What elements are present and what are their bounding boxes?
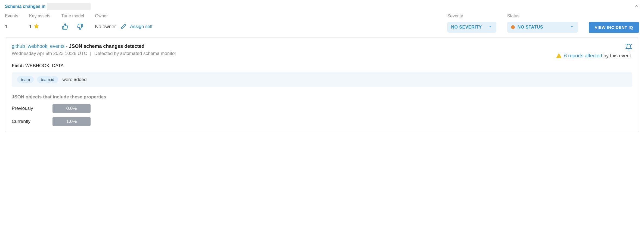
detected-by: Detected by automated schema monitor	[94, 51, 176, 56]
status-label: Status	[507, 14, 578, 18]
owner-value: No owner	[95, 24, 116, 30]
severity-label: Severity	[447, 14, 496, 18]
bar-tick	[54, 119, 54, 125]
svg-rect-3	[559, 55, 559, 57]
header-row: Schema changes in	[5, 3, 639, 10]
reports-affected-link[interactable]: 6 reports affected	[564, 53, 602, 58]
bell-icon[interactable]	[625, 43, 632, 51]
stat-label-previously: Previously	[12, 106, 44, 111]
events-label: Events	[5, 14, 18, 18]
stat-bar-previously: 0.0%	[52, 104, 91, 113]
events-col: Events 1	[5, 14, 18, 32]
property-pill: team	[17, 76, 34, 83]
chevron-down-icon	[570, 24, 574, 30]
key-assets-label: Key assets	[29, 14, 50, 18]
reports-affected-suffix: by this event.	[602, 53, 632, 58]
stat-row-currently: Currently 1.0%	[12, 117, 632, 126]
collapse-caret-icon[interactable]	[634, 4, 639, 10]
field-line: Field: WEBHOOK_DATA	[12, 63, 632, 69]
event-title: github_webhook_events - JSON schema chan…	[12, 43, 176, 49]
chevron-down-icon	[488, 24, 493, 30]
tune-model-col: Tune model	[61, 14, 84, 32]
svg-rect-4	[559, 57, 559, 58]
stat-value-currently: 1.0%	[66, 119, 77, 124]
reports-affected: 6 reports affected by this event.	[556, 53, 632, 59]
svg-marker-2	[571, 26, 573, 27]
stat-row-previously: Previously 0.0%	[12, 104, 632, 113]
severity-value: NO SEVERITY	[451, 25, 482, 30]
stat-bar-currently: 1.0%	[52, 117, 91, 126]
action-col: VIEW INCIDENT IQ	[589, 14, 639, 33]
thumbs-down-icon[interactable]	[76, 23, 84, 31]
event-header-right: 6 reports affected by this event.	[556, 43, 632, 59]
summary-row: Events 1 Key assets 1 Tune model Owner N…	[5, 13, 639, 36]
field-value: WEBHOOK_DATA	[25, 63, 64, 68]
redacted-name	[47, 3, 91, 10]
meta-separator: |	[90, 51, 91, 56]
event-header-left: github_webhook_events - JSON schema chan…	[12, 43, 176, 56]
status-value: NO STATUS	[518, 25, 543, 30]
svg-marker-0	[34, 23, 39, 28]
page-title: Schema changes in	[5, 3, 91, 10]
json-props-heading: JSON objects that include these properti…	[12, 94, 632, 100]
event-timestamp: Wednesday Apr 5th 2023 10:28 UTC	[12, 51, 87, 56]
title-dash: -	[64, 43, 69, 49]
changes-box: team team.id were added	[12, 72, 632, 87]
view-incident-iq-button[interactable]: VIEW INCIDENT IQ	[589, 22, 639, 33]
tune-model-label: Tune model	[61, 14, 84, 18]
event-meta: Wednesday Apr 5th 2023 10:28 UTC | Detec…	[12, 51, 176, 56]
card-header: github_webhook_events - JSON schema chan…	[12, 43, 632, 59]
status-col: Status NO STATUS	[507, 14, 578, 33]
stat-label-currently: Currently	[12, 119, 44, 124]
event-card: github_webhook_events - JSON schema chan…	[5, 37, 639, 132]
event-source-link[interactable]: github_webhook_events	[12, 43, 64, 49]
assign-self-link[interactable]: Assign self	[130, 24, 152, 29]
severity-dropdown[interactable]: NO SEVERITY	[447, 22, 496, 33]
status-dot-icon	[511, 25, 515, 29]
key-assets-col: Key assets 1	[29, 14, 50, 32]
severity-col: Severity NO SEVERITY	[447, 14, 496, 33]
event-description: JSON schema changes detected	[69, 43, 144, 49]
field-label: Field:	[12, 63, 24, 68]
property-pill: team.id	[37, 76, 58, 83]
bar-tick	[54, 105, 54, 111]
star-icon	[33, 23, 39, 30]
owner-label: Owner	[95, 14, 152, 18]
svg-marker-1	[489, 26, 491, 27]
key-assets-count: 1	[29, 24, 32, 30]
edit-owner-icon[interactable]	[121, 23, 127, 30]
events-value: 1	[5, 22, 18, 32]
key-assets-value: 1	[29, 22, 50, 32]
changes-suffix: were added	[63, 77, 87, 82]
warning-icon	[556, 53, 562, 59]
status-dropdown[interactable]: NO STATUS	[507, 22, 578, 33]
owner-col: Owner No owner Assign self	[95, 14, 152, 32]
title-link[interactable]: Schema changes in	[5, 4, 45, 9]
thumbs-up-icon[interactable]	[61, 23, 69, 31]
stat-value-previously: 0.0%	[66, 106, 77, 111]
